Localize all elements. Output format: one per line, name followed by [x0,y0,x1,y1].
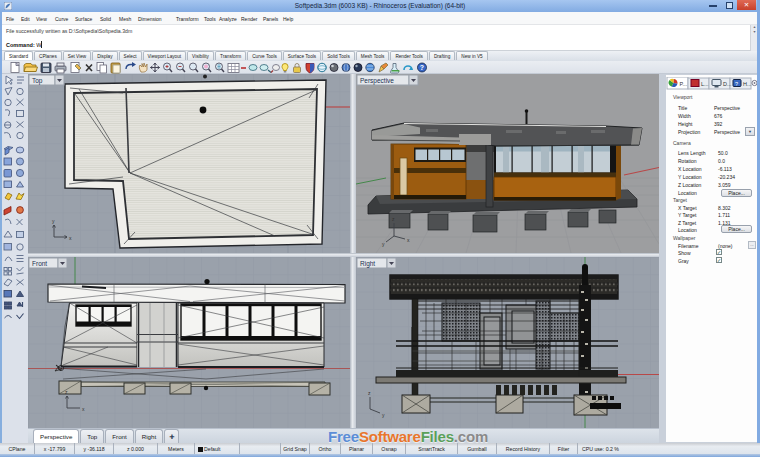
svg-text:Right: Right [360,260,375,268]
svg-text:?: ? [420,64,424,71]
svg-text:Top: Top [32,77,43,85]
svg-text:Front: Front [32,260,47,267]
svg-text:Perspective: Perspective [360,77,394,85]
